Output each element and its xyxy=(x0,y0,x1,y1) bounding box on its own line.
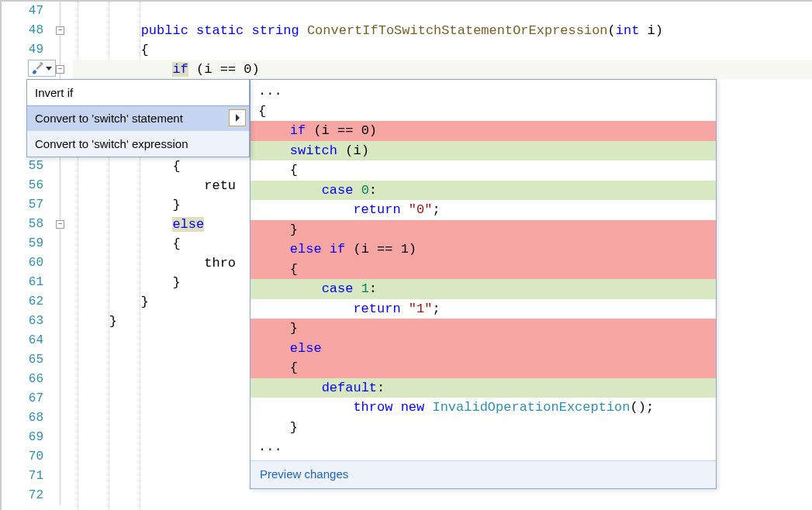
diff-line-added: case 0: xyxy=(251,181,716,201)
quick-actions-button[interactable] xyxy=(28,60,56,77)
diff-line-removed: } xyxy=(251,319,716,339)
chevron-down-icon xyxy=(46,67,52,71)
code-editor: 4748495051525354555657585960616263646566… xyxy=(2,2,812,510)
line-number: 57 xyxy=(2,195,53,215)
code-line xyxy=(73,505,812,510)
line-number: 63 xyxy=(2,312,53,331)
line-number: 55 xyxy=(2,157,53,176)
svg-rect-1 xyxy=(36,64,41,69)
diff-line-removed: { xyxy=(251,260,716,280)
line-number: 65 xyxy=(2,350,53,370)
svg-rect-0 xyxy=(32,70,36,74)
preview-changes-link[interactable]: Preview changes xyxy=(251,460,716,488)
line-number: 60 xyxy=(2,253,53,273)
code-line-current: if (i == 0) xyxy=(73,60,812,79)
fold-toggle-icon[interactable]: − xyxy=(56,26,64,35)
line-number: 70 xyxy=(2,447,53,467)
code-fold-column: − − − xyxy=(53,2,73,510)
diff-line: ... xyxy=(251,437,716,457)
line-number: 62 xyxy=(2,292,53,312)
diff-line: throw new InvalidOperationException(); xyxy=(251,398,716,418)
code-line: { xyxy=(73,40,812,60)
line-number: 69 xyxy=(2,428,53,447)
diff-line: { xyxy=(251,160,716,181)
diff-line-removed: { xyxy=(251,358,716,378)
line-number: 64 xyxy=(2,331,53,350)
menu-item-convert-switch-statement[interactable]: Convert to 'switch' statement xyxy=(27,105,249,131)
menu-item-convert-switch-expression[interactable]: Convert to 'switch' expression xyxy=(27,131,249,157)
diff-line-removed: else if (i == 1) xyxy=(251,239,716,260)
diff-line: return "1"; xyxy=(251,299,716,319)
line-number: 66 xyxy=(2,370,53,389)
diff-line-removed: else xyxy=(251,339,716,359)
submenu-arrow-icon[interactable] xyxy=(229,109,246,126)
fold-toggle-icon[interactable]: − xyxy=(56,220,64,229)
preview-changes-label: Preview changes xyxy=(260,467,348,481)
diff-line: return "0"; xyxy=(251,200,716,220)
diff-line-added: default: xyxy=(251,378,716,398)
line-number: 58 xyxy=(2,215,53,234)
diff-line-removed: } xyxy=(251,220,716,240)
line-number: 59 xyxy=(2,234,53,253)
diff-line-added: switch (i) xyxy=(251,141,716,161)
diff-line: { xyxy=(251,102,716,122)
line-number: 67 xyxy=(2,389,53,408)
menu-item-label: Convert to 'switch' statement xyxy=(35,112,183,125)
diff-line: ... xyxy=(251,81,716,102)
preview-diff-body: ... { if (i == 0) switch (i) { case 0: r… xyxy=(251,80,716,460)
code-preview-panel: ... { if (i == 0) switch (i) { case 0: r… xyxy=(250,79,717,489)
line-number: 68 xyxy=(2,408,53,428)
line-number: 71 xyxy=(2,467,53,486)
line-number: 49 xyxy=(2,40,53,60)
diff-line-removed: if (i == 0) xyxy=(251,121,716,141)
diff-line-added: case 1: xyxy=(251,279,716,299)
line-number-gutter: 4748495051525354555657585960616263646566… xyxy=(2,2,53,510)
line-number: 47 xyxy=(2,2,53,21)
code-line: public static string ConvertIfToSwitchSt… xyxy=(73,21,812,40)
line-number: 56 xyxy=(2,176,53,195)
code-line xyxy=(73,2,812,21)
fold-toggle-icon[interactable]: − xyxy=(56,65,64,74)
menu-item-invert-if[interactable]: Invert if xyxy=(26,79,250,106)
diff-line: } xyxy=(251,418,716,438)
line-number: 61 xyxy=(2,273,53,292)
code-line xyxy=(73,486,812,505)
menu-item-label: Invert if xyxy=(35,86,73,99)
line-number: 72 xyxy=(2,486,53,505)
quick-actions-menu: Invert if Convert to 'switch' statement … xyxy=(26,79,250,157)
line-number: 48 xyxy=(2,21,53,40)
screwdriver-icon xyxy=(32,62,44,74)
menu-item-label: Convert to 'switch' expression xyxy=(35,137,188,150)
